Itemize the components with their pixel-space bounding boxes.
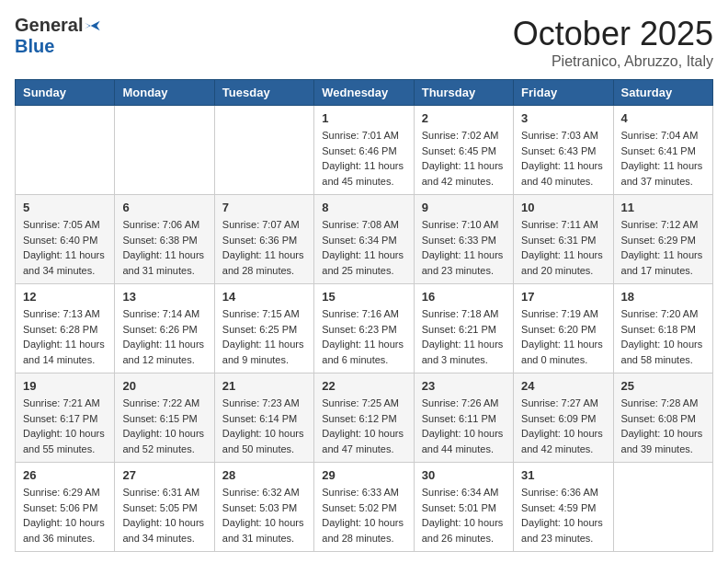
day-number: 9 <box>422 201 506 214</box>
day-info: Sunrise: 7:25 AMSunset: 6:12 PMDaylight:… <box>322 396 405 456</box>
day-info: Sunrise: 7:13 AMSunset: 6:28 PMDaylight:… <box>23 306 107 367</box>
calendar-cell: 14Sunrise: 7:15 AMSunset: 6:25 PMDayligh… <box>214 284 313 373</box>
day-info: Sunrise: 7:16 AMSunset: 6:23 PMDaylight:… <box>322 306 405 367</box>
day-number: 1 <box>322 111 405 125</box>
day-number: 23 <box>422 379 506 393</box>
logo-bird-icon <box>85 17 103 35</box>
day-info: Sunrise: 6:29 AMSunset: 5:06 PMDaylight:… <box>23 485 107 546</box>
day-number: 7 <box>222 201 306 214</box>
day-info: Sunrise: 7:05 AMSunset: 6:40 PMDaylight:… <box>23 217 107 278</box>
header-monday: Monday <box>115 80 214 106</box>
day-number: 25 <box>621 379 705 393</box>
day-number: 13 <box>122 290 206 304</box>
calendar-cell: 28Sunrise: 6:32 AMSunset: 5:03 PMDayligh… <box>214 463 313 552</box>
day-number: 3 <box>521 111 605 125</box>
day-info: Sunrise: 6:33 AMSunset: 5:02 PMDaylight:… <box>322 485 405 546</box>
calendar-cell: 27Sunrise: 6:31 AMSunset: 5:05 PMDayligh… <box>115 463 214 552</box>
calendar-cell: 11Sunrise: 7:12 AMSunset: 6:29 PMDayligh… <box>613 195 712 284</box>
calendar-week-row: 12Sunrise: 7:13 AMSunset: 6:28 PMDayligh… <box>16 284 713 373</box>
day-info: Sunrise: 7:10 AMSunset: 6:33 PMDaylight:… <box>422 217 506 278</box>
day-number: 19 <box>23 379 107 393</box>
day-info: Sunrise: 6:36 AMSunset: 4:59 PMDaylight:… <box>521 485 605 546</box>
title-section: October 2025 Pietranico, Abruzzo, Italy <box>513 15 713 70</box>
day-number: 16 <box>422 290 506 304</box>
svg-marker-0 <box>91 20 100 30</box>
header-thursday: Thursday <box>414 80 513 106</box>
calendar-cell: 1Sunrise: 7:01 AMSunset: 6:46 PMDaylight… <box>314 106 414 195</box>
day-info: Sunrise: 7:02 AMSunset: 6:45 PMDaylight:… <box>422 128 506 189</box>
calendar-cell: 12Sunrise: 7:13 AMSunset: 6:28 PMDayligh… <box>16 284 115 373</box>
calendar-cell: 20Sunrise: 7:22 AMSunset: 6:15 PMDayligh… <box>115 373 214 463</box>
calendar-cell <box>613 463 712 552</box>
day-info: Sunrise: 7:27 AMSunset: 6:09 PMDaylight:… <box>521 396 605 456</box>
calendar-cell: 6Sunrise: 7:06 AMSunset: 6:38 PMDaylight… <box>115 195 214 284</box>
day-number: 28 <box>222 468 306 482</box>
calendar-cell: 31Sunrise: 6:36 AMSunset: 4:59 PMDayligh… <box>514 463 613 552</box>
calendar-cell: 10Sunrise: 7:11 AMSunset: 6:31 PMDayligh… <box>514 195 613 284</box>
calendar-cell: 9Sunrise: 7:10 AMSunset: 6:33 PMDaylight… <box>414 195 513 284</box>
day-number: 14 <box>222 290 306 304</box>
calendar-cell: 5Sunrise: 7:05 AMSunset: 6:40 PMDaylight… <box>16 195 115 284</box>
calendar-cell: 13Sunrise: 7:14 AMSunset: 6:26 PMDayligh… <box>115 284 214 373</box>
calendar-cell: 18Sunrise: 7:20 AMSunset: 6:18 PMDayligh… <box>613 284 712 373</box>
calendar-cell: 2Sunrise: 7:02 AMSunset: 6:45 PMDaylight… <box>414 106 513 195</box>
calendar-cell <box>115 106 214 195</box>
calendar-header-row: Sunday Monday Tuesday Wednesday Thursday… <box>16 80 713 106</box>
day-number: 22 <box>322 379 405 393</box>
day-info: Sunrise: 7:26 AMSunset: 6:11 PMDaylight:… <box>422 396 506 456</box>
calendar-cell: 8Sunrise: 7:08 AMSunset: 6:34 PMDaylight… <box>314 195 414 284</box>
calendar-cell: 29Sunrise: 6:33 AMSunset: 5:02 PMDayligh… <box>314 463 414 552</box>
day-info: Sunrise: 7:28 AMSunset: 6:08 PMDaylight:… <box>621 396 705 456</box>
calendar-cell: 4Sunrise: 7:04 AMSunset: 6:41 PMDaylight… <box>613 106 712 195</box>
day-info: Sunrise: 7:18 AMSunset: 6:21 PMDaylight:… <box>422 306 506 367</box>
logo: General Blue <box>15 15 103 57</box>
day-number: 17 <box>521 290 605 304</box>
calendar-week-row: 5Sunrise: 7:05 AMSunset: 6:40 PMDaylight… <box>16 195 713 284</box>
day-info: Sunrise: 7:20 AMSunset: 6:18 PMDaylight:… <box>621 306 705 367</box>
calendar-cell: 23Sunrise: 7:26 AMSunset: 6:11 PMDayligh… <box>414 373 513 463</box>
day-info: Sunrise: 6:32 AMSunset: 5:03 PMDaylight:… <box>222 485 306 546</box>
day-info: Sunrise: 7:22 AMSunset: 6:15 PMDaylight:… <box>122 396 206 456</box>
logo-blue: Blue <box>15 36 54 57</box>
calendar-cell: 26Sunrise: 6:29 AMSunset: 5:06 PMDayligh… <box>16 463 115 552</box>
header-tuesday: Tuesday <box>214 80 313 106</box>
day-info: Sunrise: 7:07 AMSunset: 6:36 PMDaylight:… <box>222 217 306 278</box>
day-info: Sunrise: 7:14 AMSunset: 6:26 PMDaylight:… <box>122 306 206 367</box>
header-saturday: Saturday <box>613 80 712 106</box>
calendar-week-row: 26Sunrise: 6:29 AMSunset: 5:06 PMDayligh… <box>16 463 713 552</box>
day-info: Sunrise: 7:21 AMSunset: 6:17 PMDaylight:… <box>23 396 107 456</box>
calendar-cell: 24Sunrise: 7:27 AMSunset: 6:09 PMDayligh… <box>514 373 613 463</box>
day-number: 4 <box>621 111 705 125</box>
calendar-cell: 7Sunrise: 7:07 AMSunset: 6:36 PMDaylight… <box>214 195 313 284</box>
calendar-week-row: 19Sunrise: 7:21 AMSunset: 6:17 PMDayligh… <box>16 373 713 463</box>
calendar-cell <box>214 106 313 195</box>
day-info: Sunrise: 7:08 AMSunset: 6:34 PMDaylight:… <box>322 217 405 278</box>
day-number: 20 <box>122 379 206 393</box>
day-number: 26 <box>23 468 107 482</box>
location: Pietranico, Abruzzo, Italy <box>513 53 713 70</box>
day-info: Sunrise: 7:03 AMSunset: 6:43 PMDaylight:… <box>521 128 605 189</box>
header-wednesday: Wednesday <box>314 80 414 106</box>
month-title: October 2025 <box>513 15 713 53</box>
day-number: 5 <box>23 201 107 214</box>
calendar-cell: 19Sunrise: 7:21 AMSunset: 6:17 PMDayligh… <box>16 373 115 463</box>
calendar-cell: 3Sunrise: 7:03 AMSunset: 6:43 PMDaylight… <box>514 106 613 195</box>
day-number: 12 <box>23 290 107 304</box>
day-number: 2 <box>422 111 506 125</box>
calendar-week-row: 1Sunrise: 7:01 AMSunset: 6:46 PMDaylight… <box>16 106 713 195</box>
day-info: Sunrise: 7:04 AMSunset: 6:41 PMDaylight:… <box>621 128 705 189</box>
calendar-cell: 15Sunrise: 7:16 AMSunset: 6:23 PMDayligh… <box>314 284 414 373</box>
day-info: Sunrise: 6:31 AMSunset: 5:05 PMDaylight:… <box>122 485 206 546</box>
calendar-cell: 21Sunrise: 7:23 AMSunset: 6:14 PMDayligh… <box>214 373 313 463</box>
day-number: 21 <box>222 379 306 393</box>
day-number: 30 <box>422 468 506 482</box>
svg-marker-1 <box>85 22 91 29</box>
calendar-cell: 17Sunrise: 7:19 AMSunset: 6:20 PMDayligh… <box>514 284 613 373</box>
day-info: Sunrise: 7:01 AMSunset: 6:46 PMDaylight:… <box>322 128 405 189</box>
day-number: 10 <box>521 201 605 214</box>
page-header: General Blue October 2025 Pietranico, Ab… <box>15 15 713 70</box>
day-number: 15 <box>322 290 405 304</box>
day-number: 18 <box>621 290 705 304</box>
day-number: 6 <box>122 201 206 214</box>
day-info: Sunrise: 7:15 AMSunset: 6:25 PMDaylight:… <box>222 306 306 367</box>
